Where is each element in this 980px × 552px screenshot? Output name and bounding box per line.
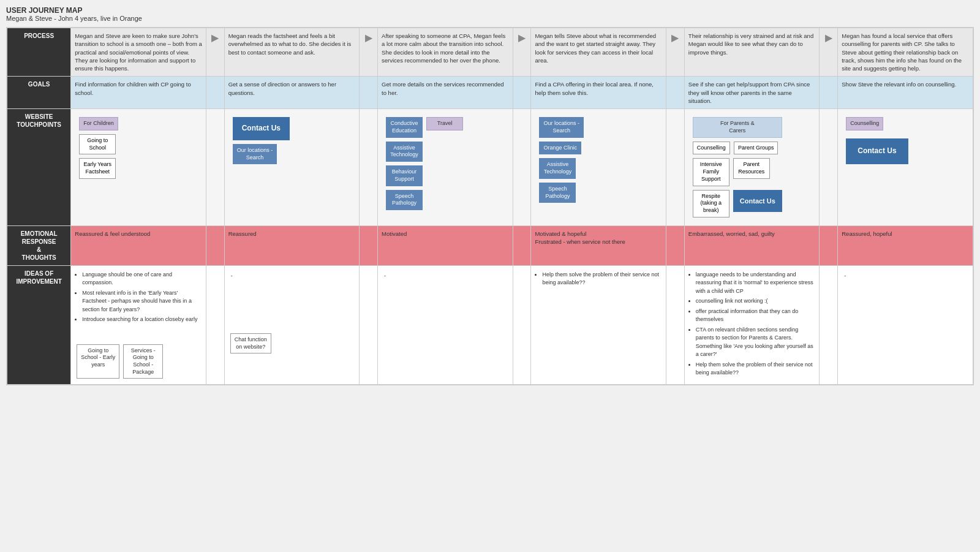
emotional-arrow4 xyxy=(666,225,685,265)
tp-speech-path-1: SpeechPathology xyxy=(386,190,423,210)
touchpoints-col4: Our locations -Search Orange Clinic Assi… xyxy=(531,109,666,225)
ideas-col1: Language should be one of care and compa… xyxy=(71,265,206,385)
tp-contact-us-1: Contact Us xyxy=(233,117,290,140)
journey-map: PROCESS Megan and Steve are keen to make… xyxy=(6,27,974,385)
ideas-arrow1 xyxy=(206,265,224,385)
goals-col2: Get a sense of direction or answers to h… xyxy=(224,77,360,109)
emotional-col4: Motivated & hopefulFrustrated - when ser… xyxy=(531,225,666,265)
tp-for-parents: For Parents &Carers xyxy=(693,117,782,137)
arrow2: ▶ xyxy=(360,28,378,77)
emotional-col3: Motivated xyxy=(378,225,513,265)
tp-for-children: For Children xyxy=(79,117,118,130)
ideas-chat: Chat functionon website? xyxy=(230,333,271,354)
ideas-col6: - xyxy=(838,265,973,385)
tp-parent-groups: Parent Groups xyxy=(734,142,778,155)
tp-our-locations-2: Our locations -Search xyxy=(539,117,584,137)
goals-label: GOALS xyxy=(7,77,71,109)
goals-col4: Find a CPA offering in their local area.… xyxy=(531,77,666,109)
tp-our-locations-1: Our locations -Search xyxy=(233,144,277,164)
touchpoints-row: WEBSITETOUCHPOINTS For Children Going to… xyxy=(7,109,973,225)
tp-conductive-ed: ConductiveEducation xyxy=(386,117,423,137)
tp-travel: Travel xyxy=(426,117,463,130)
process-col4: Megan tells Steve about what is recommen… xyxy=(531,28,666,77)
ideas-arrow2 xyxy=(360,265,378,385)
ideas-going-school: Going toSchool - Earlyyears xyxy=(77,344,119,379)
ideas-col5: language needs to be understanding and r… xyxy=(684,265,820,385)
touchpoints-label: WEBSITETOUCHPOINTS xyxy=(7,109,71,225)
tp-respite: Respite(taking abreak) xyxy=(693,190,729,217)
ideas-col2: - Chat functionon website? xyxy=(224,265,360,385)
emotional-label: EMOTIONALRESPONSE&THOUGHTS xyxy=(7,225,71,265)
touchpoints-col5: For Parents &Carers Counselling Parent G… xyxy=(684,109,820,225)
map-table: PROCESS Megan and Steve are keen to make… xyxy=(7,28,973,385)
arrow3: ▶ xyxy=(513,28,531,77)
goals-col5: See if she can get help/support from CPA… xyxy=(684,77,820,109)
process-col3: After speaking to someone at CPA, Megan … xyxy=(378,28,513,77)
touchpoints-col1: For Children Going toSchool Early YearsF… xyxy=(71,109,206,225)
tp-contact-us-3: Contact Us xyxy=(846,138,908,164)
page-title: USER JOURNEY MAP xyxy=(6,6,974,15)
page-subtitle: Megan & Steve - John 4 years, live in Or… xyxy=(6,15,974,22)
ideas-col4: Help them solve the problem of their ser… xyxy=(531,265,666,385)
tp-speech-path-2: SpeechPathology xyxy=(539,183,576,203)
ideas-arrow5 xyxy=(820,265,838,385)
ideas-label: IDEAS OFIMPROVEMENT xyxy=(7,265,71,385)
goals-arrow5 xyxy=(820,77,838,109)
emotional-arrow2 xyxy=(360,225,378,265)
touchpoints-col6: Counselling Contact Us xyxy=(838,109,973,225)
goals-arrow4 xyxy=(666,77,685,109)
process-row: PROCESS Megan and Steve are keen to make… xyxy=(7,28,973,77)
tp-orange-clinic: Orange Clinic xyxy=(539,142,581,155)
emotional-col1: Reassured & feel understood xyxy=(71,225,206,265)
arrow5: ▶ xyxy=(820,28,838,77)
emotional-arrow3 xyxy=(513,225,531,265)
tp-behaviour-support: BehaviourSupport xyxy=(386,165,423,186)
emotional-col5: Embarrassed, worried, sad, guilty xyxy=(684,225,820,265)
process-col1: Megan and Steve are keen to make sure Jo… xyxy=(71,28,206,77)
process-label: PROCESS xyxy=(7,28,71,77)
goals-col3: Get more details on the services recomme… xyxy=(378,77,513,109)
touchpoints-col3: ConductiveEducation Travel AssistiveTech… xyxy=(378,109,513,225)
process-col6: Megan has found a local service that off… xyxy=(838,28,973,77)
tp-arrow4 xyxy=(666,109,685,225)
goals-arrow2 xyxy=(360,77,378,109)
goals-arrow1 xyxy=(206,77,224,109)
tp-assistive-tech-2: AssistiveTechnology xyxy=(539,158,576,178)
ideas-services: Services -Going toSchool -Package xyxy=(123,344,163,379)
goals-row: GOALS Find information for children with… xyxy=(7,77,973,109)
ideas-row: IDEAS OFIMPROVEMENT Language should be o… xyxy=(7,265,973,385)
tp-counselling-2: Counselling xyxy=(846,117,883,130)
emotional-col2: Reassured xyxy=(224,225,360,265)
tp-arrow1 xyxy=(206,109,224,225)
ideas-arrow3 xyxy=(513,265,531,385)
tp-arrow2 xyxy=(360,109,378,225)
tp-assistive-tech-1: AssistiveTechnology xyxy=(386,142,423,162)
emotional-col6: Reassured, hopeful xyxy=(838,225,973,265)
goals-arrow3 xyxy=(513,77,531,109)
ideas-arrow4 xyxy=(666,265,685,385)
process-col2: Megan reads the factsheet and feels a bi… xyxy=(224,28,360,77)
emotional-arrow1 xyxy=(206,225,224,265)
goals-col1: Find information for children with CP go… xyxy=(71,77,206,109)
page-header: USER JOURNEY MAP Megan & Steve - John 4 … xyxy=(6,6,974,22)
tp-arrow3 xyxy=(513,109,531,225)
ideas-col3: - xyxy=(378,265,513,385)
arrow1: ▶ xyxy=(206,28,224,77)
tp-contact-us-2: Contact Us xyxy=(733,190,782,212)
process-col5: Their relationship is very strained and … xyxy=(684,28,820,77)
goals-col6: Show Steve the relevant info on counsell… xyxy=(838,77,973,109)
tp-counselling-1: Counselling xyxy=(693,142,730,155)
emotional-arrow5 xyxy=(820,225,838,265)
tp-intensive-family: IntensiveFamilySupport xyxy=(693,158,729,186)
touchpoints-col2: Contact Us Our locations -Search xyxy=(224,109,360,225)
tp-parent-resources: ParentResources xyxy=(733,158,770,178)
tp-going-to-school: Going toSchool xyxy=(79,134,116,154)
tp-early-years: Early YearsFactsheet xyxy=(79,158,116,178)
arrow4: ▶ xyxy=(666,28,685,77)
emotional-row: EMOTIONALRESPONSE&THOUGHTS Reassured & f… xyxy=(7,225,973,265)
tp-arrow5 xyxy=(820,109,838,225)
